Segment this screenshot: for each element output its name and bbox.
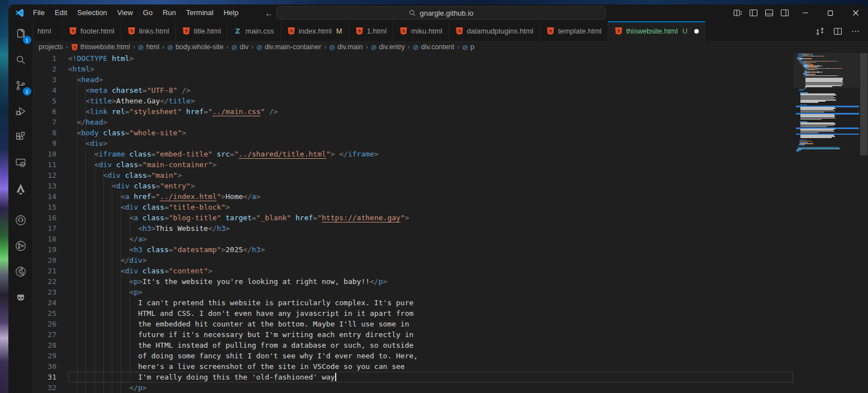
vertical-scrollbar[interactable] <box>860 53 867 393</box>
code-line[interactable]: <body class="whole-site"> <box>68 127 796 138</box>
menu-view[interactable]: View <box>112 4 138 21</box>
code-line[interactable]: <div class="entry"> <box>68 181 796 191</box>
minimap[interactable] <box>796 53 859 393</box>
code-line[interactable]: <div class="main-container"> <box>68 159 796 170</box>
code-line[interactable]: </p> <box>68 382 796 393</box>
toggle-primary-sidebar-icon[interactable] <box>746 4 761 21</box>
nav-back-button[interactable]: ← <box>265 8 273 18</box>
tab-title.html[interactable]: 5title.html <box>176 21 227 41</box>
activity-remote-explorer-icon[interactable] <box>8 150 34 176</box>
code-line[interactable]: <head> <box>68 74 796 85</box>
code-line[interactable]: the HTML instead of pulling from a datab… <box>68 340 796 351</box>
code-line[interactable]: the embedded hit counter at the bottom. … <box>68 319 796 329</box>
activity-search-icon[interactable] <box>8 47 34 73</box>
menu-edit[interactable]: Edit <box>50 4 72 21</box>
code-line[interactable]: <div> <box>68 138 796 149</box>
split-editor-icon[interactable] <box>830 23 846 40</box>
maximize-button[interactable] <box>818 4 843 21</box>
code-line[interactable]: <title>Athene.Gay</title> <box>68 96 796 106</box>
code-line[interactable]: <div class="title-block"> <box>68 202 796 212</box>
customize-layout-icon[interactable] <box>730 4 746 21</box>
scrollbar-slider[interactable] <box>860 53 867 155</box>
code-line[interactable]: </div> <box>68 255 796 266</box>
code-line[interactable]: <!DOCTYPE html> <box>68 53 796 64</box>
code-line[interactable]: of doing some fancy shit I don't see why… <box>68 351 796 361</box>
tab-1.html[interactable]: 51.html <box>349 21 393 41</box>
svg-text:5: 5 <box>290 29 293 34</box>
code-line[interactable]: <div class="main"> <box>68 170 796 181</box>
breadcrumb-item-html[interactable]: ⊘html <box>138 43 160 51</box>
code-line[interactable]: </a> <box>68 234 796 244</box>
menu-run[interactable]: Run <box>158 4 181 21</box>
activity-godot-tools-icon[interactable] <box>8 285 34 310</box>
close-window-button[interactable] <box>843 4 868 21</box>
code-line[interactable]: <iframe class="embed-title" src="../shar… <box>68 149 796 159</box>
breadcrumb-item-thiswebsite.html[interactable]: 5thiswebsite.html <box>71 43 130 51</box>
activity-run-and-debug-icon[interactable] <box>8 98 34 124</box>
activity-source-control-icon[interactable]: 2 <box>8 73 34 98</box>
html5-file-icon: 5 <box>355 27 364 35</box>
code-line[interactable]: here's a live screenshot of the site in … <box>68 361 796 372</box>
tab-dalamudplugins.html[interactable]: 5dalamudplugins.html <box>449 21 540 41</box>
code-line[interactable]: <h3>This Website</h3> <box>68 223 796 234</box>
tab-index.html[interactable]: 5index.htmlM <box>281 21 349 41</box>
tab-template.html[interactable]: 5template.html <box>540 21 608 41</box>
activity-github-icon[interactable] <box>8 207 34 233</box>
toggle-secondary-sidebar-icon[interactable] <box>777 4 793 21</box>
activity-explorer-icon[interactable]: 1 <box>8 21 34 47</box>
tab-thiswebsite.html[interactable]: 5thiswebsite.htmlU <box>608 21 705 41</box>
code-line[interactable]: I'm really doing this the 'old-fashioned… <box>68 372 796 382</box>
breadcrumb-item-div.main[interactable]: ⊘div.main <box>329 43 363 51</box>
line-number: 16 <box>34 212 68 223</box>
code-line[interactable]: future if it's necessary but I'm writing… <box>68 329 796 340</box>
code-line[interactable]: <h3 class="datestamp">2025</h3> <box>68 244 796 255</box>
activity-extensions-icon[interactable] <box>8 124 34 150</box>
vscode-window: FileEditSelectionViewGoRunTerminalHelp ←… <box>8 4 868 393</box>
code-line[interactable]: <div class="content"> <box>68 266 796 276</box>
activity-branch-inspect-icon[interactable] <box>8 259 34 285</box>
menu-terminal[interactable]: Terminal <box>181 4 218 21</box>
line-number: 20 <box>34 255 68 266</box>
activity-bar: 12 <box>8 21 34 393</box>
code-line[interactable]: <link rel="stylesheet" href="../main.css… <box>68 106 796 117</box>
activity-commit-graph-icon[interactable] <box>8 233 34 259</box>
code-line[interactable]: <p>It's the website you're looking at ri… <box>68 276 796 287</box>
code-line[interactable]: <meta charset="UTF-8" /> <box>68 85 796 96</box>
breadcrumb-item-div.entry[interactable]: ⊘div.entry <box>371 43 405 51</box>
menu-help[interactable]: Help <box>218 4 244 21</box>
code-line[interactable]: I can't pretend this website is particul… <box>68 297 796 308</box>
command-center-search[interactable]: gnargle.github.io <box>276 6 606 20</box>
breadcrumb-item-div[interactable]: ⊘div <box>231 43 249 51</box>
code-line[interactable]: <p> <box>68 287 796 297</box>
line-number: 13 <box>34 181 68 191</box>
menu-file[interactable]: File <box>28 4 50 21</box>
breadcrumb-item-p[interactable]: ⊘p <box>462 43 474 51</box>
open-changes-icon[interactable] <box>812 23 828 40</box>
tab-html[interactable]: html <box>34 21 63 41</box>
toggle-panel-icon[interactable] <box>761 4 777 21</box>
tab-links.html[interactable]: 5links.html <box>121 21 176 41</box>
code-line[interactable]: HTML and CSS. I don't even have any java… <box>68 308 796 319</box>
menu-selection[interactable]: Selection <box>72 4 112 21</box>
menu-go[interactable]: Go <box>138 4 158 21</box>
tab-miku.html[interactable]: 5miku.html <box>393 21 449 41</box>
unsaved-changes-dot[interactable] <box>694 29 699 34</box>
code-line[interactable]: <html> <box>68 64 796 74</box>
minimize-button[interactable] <box>793 4 818 21</box>
symbol-icon: ⊘ <box>371 44 377 51</box>
activity-a-logo-extension-icon[interactable] <box>8 176 34 201</box>
breadcrumb-item-body.whole-site[interactable]: ⊘body.whole-site <box>167 43 223 51</box>
code-line[interactable]: </head> <box>68 117 796 127</box>
symbol-icon: ⊘ <box>413 44 419 51</box>
breadcrumb-item-div.main-container[interactable]: ⊘div.main-container <box>256 43 321 51</box>
minimap-viewport-slider[interactable] <box>794 53 860 88</box>
more-actions-icon[interactable]: ⋯ <box>848 23 864 40</box>
code-line[interactable]: <a class="blog-title" target="_blank" hr… <box>68 212 796 223</box>
breadcrumb-item-div.content[interactable]: ⊘div.content <box>413 43 454 51</box>
breadcrumb-item-projects[interactable]: projects <box>39 43 63 51</box>
code-editor[interactable]: 1234567891011121314151617181920212223242… <box>34 53 868 393</box>
tab-footer.html[interactable]: 5footer.html <box>63 21 121 41</box>
breadcrumb-separator: › <box>66 43 68 51</box>
code-line[interactable]: <a href="../index.html">Home</a> <box>68 191 796 202</box>
tab-main.css[interactable]: 𝗭main.css <box>227 21 280 41</box>
